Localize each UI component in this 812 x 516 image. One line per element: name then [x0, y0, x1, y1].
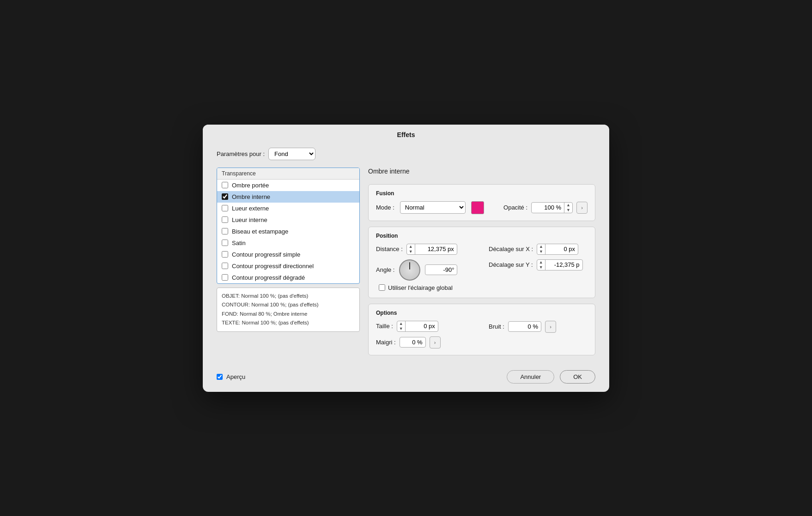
checkbox-lueur-externe[interactable] — [222, 205, 228, 211]
angle-dial[interactable] — [399, 259, 420, 281]
position-section-title: Position — [376, 233, 588, 239]
bruit-row: Bruit : › — [489, 321, 588, 333]
footer-buttons: Annuler OK — [507, 370, 595, 384]
maigri-input[interactable] — [400, 337, 425, 347]
angle-row: Angle : — [376, 259, 475, 281]
decalage-y-input[interactable] — [545, 260, 582, 270]
effect-contour-simple[interactable]: Contour progressif simple — [217, 249, 359, 260]
options-right: Bruit : › — [489, 321, 588, 348]
taille-label: Taille : — [376, 323, 393, 330]
checkbox-satin[interactable] — [222, 240, 228, 246]
position-section: Position Distance : ▲ ▼ — [368, 227, 595, 298]
params-dropdown[interactable]: Fond Objet Contour Texte — [268, 148, 315, 160]
decalage-x-field[interactable]: ▲ ▼ — [537, 244, 578, 255]
apercu-checkbox[interactable] — [217, 374, 223, 380]
checkbox-ombre-interne[interactable] — [222, 193, 228, 200]
bruit-field[interactable] — [508, 321, 541, 332]
bruit-input[interactable] — [509, 322, 541, 331]
taille-down[interactable]: ▼ — [397, 326, 405, 331]
decalage-y-spinner[interactable]: ▲ ▼ — [537, 260, 545, 270]
distance-field[interactable]: ▲ ▼ — [406, 244, 457, 255]
info-line-2: CONTOUR: Normal 100 %; (pas d'effets) — [222, 300, 355, 310]
apercu-row: Aperçu — [217, 373, 245, 380]
checkbox-lueur-interne[interactable] — [222, 216, 228, 223]
decalage-y-row: Décalage sur Y : ▲ ▼ — [489, 259, 588, 270]
position-right: Décalage sur X : ▲ ▼ D — [489, 244, 588, 291]
ok-button[interactable]: OK — [560, 370, 595, 384]
effect-ombre-portee[interactable]: Ombre portée — [217, 180, 359, 191]
global-lighting-row: Utiliser l'éclairage global — [379, 284, 475, 291]
angle-input[interactable] — [425, 264, 457, 275]
options-section-title: Options — [376, 310, 588, 316]
distance-down[interactable]: ▼ — [407, 249, 415, 254]
distance-input[interactable] — [415, 244, 457, 254]
checkbox-biseau[interactable] — [222, 228, 228, 234]
position-grid: Distance : ▲ ▼ Angle : — [376, 244, 588, 291]
mode-dropdown[interactable]: Normal Multiplier Screen Overlay — [400, 201, 466, 214]
decalage-x-up[interactable]: ▲ — [537, 244, 545, 249]
distance-up[interactable]: ▲ — [407, 244, 415, 249]
params-select[interactable]: Fond Objet Contour Texte — [269, 148, 315, 160]
mode-select[interactable]: Normal Multiplier Screen Overlay — [400, 202, 465, 213]
info-box: OBJET: Normal 100 %; (pas d'effets) CONT… — [217, 288, 360, 332]
effect-ombre-interne[interactable]: Ombre interne — [217, 191, 359, 203]
taille-up[interactable]: ▲ — [397, 321, 405, 326]
maigri-row: Maigri : › — [376, 336, 475, 348]
annuler-button[interactable]: Annuler — [507, 370, 554, 384]
taille-input[interactable] — [406, 321, 438, 331]
distance-spinner[interactable]: ▲ ▼ — [407, 244, 415, 254]
effect-lueur-externe[interactable]: Lueur externe — [217, 203, 359, 214]
info-line-4: TEXTE: Normal 100 %; (pas d'effets) — [222, 318, 355, 328]
global-lighting-checkbox[interactable] — [379, 284, 385, 291]
effect-label-ombre-interne: Ombre interne — [232, 193, 270, 200]
checkbox-contour-simple[interactable] — [222, 251, 228, 258]
dialog-footer: Aperçu Annuler OK — [203, 365, 609, 392]
effect-label-biseau: Biseau et estampage — [232, 228, 288, 235]
opacite-input[interactable] — [532, 203, 564, 212]
effect-label-lueur-externe: Lueur externe — [232, 205, 269, 212]
color-swatch[interactable] — [471, 201, 484, 214]
params-row: Paramètres pour : Fond Objet Contour Tex… — [217, 148, 595, 160]
maigri-field[interactable] — [400, 337, 426, 348]
effect-label-lueur-interne: Lueur interne — [232, 216, 267, 223]
effect-satin[interactable]: Satin — [217, 237, 359, 249]
opacite-group: Opacité : ▲ ▼ › — [503, 202, 588, 214]
main-content: Transparence Ombre portée Ombre interne … — [217, 168, 595, 355]
effects-list-header: Transparence — [217, 168, 359, 180]
fusion-section-title: Fusion — [376, 190, 588, 197]
checkbox-ombre-portee[interactable] — [222, 182, 228, 188]
ombre-interne-title: Ombre interne — [368, 168, 595, 175]
effect-contour-degrade[interactable]: Contour progressif dégradé — [217, 272, 359, 283]
right-panel: Ombre interne Fusion Mode : Normal Multi… — [368, 168, 595, 355]
opacite-spinner[interactable]: ▲ ▼ — [564, 203, 572, 213]
taille-spinner[interactable]: ▲ ▼ — [397, 321, 406, 331]
decalage-x-spinner[interactable]: ▲ ▼ — [537, 244, 545, 254]
decalage-y-field[interactable]: ▲ ▼ — [537, 259, 583, 270]
decalage-x-label: Décalage sur X : — [489, 246, 533, 252]
decalage-y-up[interactable]: ▲ — [537, 260, 545, 265]
checkbox-contour-degrade[interactable] — [222, 274, 228, 281]
distance-label: Distance : — [376, 246, 403, 252]
fusion-section: Fusion Mode : Normal Multiplier Screen O… — [368, 184, 595, 221]
decalage-x-down[interactable]: ▼ — [537, 249, 545, 254]
bruit-arrow[interactable]: › — [545, 321, 556, 333]
maigri-arrow[interactable]: › — [430, 336, 441, 348]
opacite-label: Opacité : — [503, 204, 527, 211]
checkbox-contour-directionnel[interactable] — [222, 263, 228, 269]
maigri-label: Maigri : — [376, 339, 396, 346]
decalage-y-down[interactable]: ▼ — [537, 265, 545, 270]
opacite-arrow[interactable]: › — [576, 202, 588, 214]
decalage-x-input[interactable] — [545, 244, 578, 254]
effect-lueur-interne[interactable]: Lueur interne — [217, 214, 359, 226]
opacite-field[interactable]: ▲ ▼ — [531, 202, 573, 213]
taille-field[interactable]: ▲ ▼ — [397, 321, 438, 332]
effect-biseau[interactable]: Biseau et estampage — [217, 226, 359, 237]
effects-list: Transparence Ombre portée Ombre interne … — [217, 168, 360, 284]
opacite-up[interactable]: ▲ — [564, 203, 572, 208]
effect-contour-directionnel[interactable]: Contour progressif directionnel — [217, 260, 359, 272]
dialog-body: Paramètres pour : Fond Objet Contour Tex… — [203, 143, 609, 365]
bruit-label: Bruit : — [489, 323, 504, 330]
opacite-down[interactable]: ▼ — [564, 208, 572, 213]
left-panel: Transparence Ombre portée Ombre interne … — [217, 168, 360, 332]
effects-dialog: Effets Paramètres pour : Fond Objet Cont… — [203, 125, 609, 392]
